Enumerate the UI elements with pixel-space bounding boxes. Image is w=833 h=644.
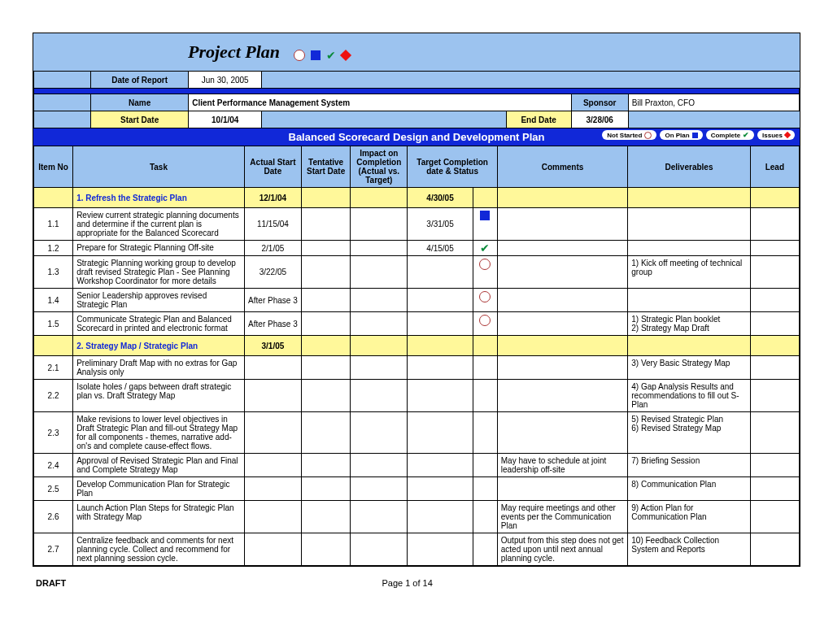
cell-item: 2.1 [34,356,73,380]
cell-impact [351,256,408,289]
cell-status [473,256,497,289]
task-row: 1.1Review current strategic planning doc… [34,208,800,241]
cell-task: Strategic Planning working group to deve… [73,256,245,289]
cell-comments: Output from this step does not get acted… [497,533,628,566]
cell-tentative-start [302,312,351,336]
date-of-report-label: Date of Report [91,72,189,89]
cell-lead [750,289,799,312]
sponsor-label: Sponsor [571,94,628,111]
task-row: 1.3Strategic Planning working group to d… [34,256,800,289]
cell-comments: May require meetings and other events pe… [497,501,628,533]
cell-impact [351,533,408,566]
cell-status: ✔ [473,241,497,256]
cell-lead [750,477,799,501]
on-plan-icon [311,50,321,60]
complete-icon: ✔ [480,243,490,253]
task-row: 2.2Isolate holes / gaps between draft st… [34,380,800,412]
cell-lead [750,501,799,533]
page-title: Project Plan [188,41,280,63]
col-deliv: Deliverables [628,146,750,188]
cell-status [473,208,497,241]
cell-actual-start [244,477,301,501]
task-row: 2.3Make revisions to lower level objecti… [34,412,800,454]
cell-actual-start: 3/22/05 [244,256,301,289]
cell-actual-start: 2/1/05 [244,241,301,256]
cell-actual-start: 11/15/04 [244,208,301,241]
cell-actual-start: After Phase 3 [244,289,301,312]
cell-item: 1.4 [34,289,73,312]
page-footer: DRAFT Page 1 of 14 [33,567,800,588]
title-row: Project Plan ✔ [33,33,800,71]
not-started-icon [479,291,491,302]
cell-deliverables: 1) Kick off meeting of technical group [628,256,750,289]
group-heading: 1. Refresh the Strategic Plan [73,188,245,208]
task-row: 2.1Preliminary Draft Map with no extras … [34,356,800,380]
end-date-label: End Date [506,111,571,128]
group-actual-start: 3/1/05 [244,336,301,356]
cell-impact [351,356,408,380]
cell-item: 2.3 [34,412,73,454]
task-grid: Item No Task Actual Start Date Tentative… [33,146,800,566]
legend-on-plan: On Plan [660,130,702,140]
cell-tentative-start [302,289,351,312]
end-date-value: 3/28/06 [571,111,628,128]
cell-target [408,501,473,533]
cell-lead [750,312,799,336]
header-zone: Project Plan ✔ Date of Report Jun 30, 20… [33,33,800,128]
group-row: 2. Strategy Map / Strategic Plan3/1/05 [34,336,800,356]
cell-item: 2.6 [34,501,73,533]
cell-lead [750,356,799,380]
group-target: 4/30/05 [408,188,473,208]
section-title: Balanced Scorecard Design and Developmen… [289,131,545,143]
footer-page: Page 1 of 14 [66,578,748,588]
cell-tentative-start [302,241,351,256]
cell-status [473,477,497,501]
cell-task: Preliminary Draft Map with no extras for… [73,356,245,380]
task-row: 2.4Approval of Revised Strategic Plan an… [34,454,800,477]
cell-deliverables: 10) Feedback Collection System and Repor… [628,533,750,566]
cell-impact [351,208,408,241]
cell-actual-start [244,454,301,477]
cell-item: 2.7 [34,533,73,566]
cell-impact [351,289,408,312]
cell-deliverables [628,289,750,312]
cell-status [473,454,497,477]
name-value: Client Performance Management System [189,94,571,111]
task-row: 2.7Centralize feedback and comments for … [34,533,800,566]
cell-lead [750,412,799,454]
not-started-icon [479,259,491,270]
cell-tentative-start [302,477,351,501]
cell-comments [497,412,628,454]
cell-item: 1.5 [34,312,73,336]
cell-comments [497,208,628,241]
cell-target [408,256,473,289]
start-date-value: 10/1/04 [189,111,262,128]
group-row: 1. Refresh the Strategic Plan12/1/044/30… [34,188,800,208]
cell-comments [497,256,628,289]
cell-deliverables [628,208,750,241]
cell-item: 1.1 [34,208,73,241]
complete-icon: ✔ [326,50,336,60]
cell-item: 1.3 [34,256,73,289]
cell-impact [351,380,408,412]
cell-comments [497,289,628,312]
col-item: Item No [34,146,73,188]
sponsor-value: Bill Praxton, CFO [628,94,799,111]
cell-actual-start [244,501,301,533]
cell-comments [497,312,628,336]
name-label: Name [91,94,189,111]
group-target [408,336,473,356]
cell-task: Make revisions to lower level objectives… [73,412,245,454]
task-row: 2.6Launch Action Plan Steps for Strategi… [34,501,800,533]
section-banner: Balanced Scorecard Design and Developmen… [33,128,800,146]
cell-tentative-start [302,501,351,533]
meta-table: Date of Report Jun 30, 2005 Name Client … [33,71,800,128]
col-task: Task [73,146,245,188]
col-impact: Impact on Completion (Actual vs. Target) [351,146,408,188]
start-date-label: Start Date [91,111,189,128]
cell-status [473,312,497,336]
task-row: 1.2Prepare for Strategic Planning Off-si… [34,241,800,256]
cell-deliverables: 3) Very Basic Strategy Map [628,356,750,380]
cell-status [473,289,497,312]
cell-task: Senior Leadership approves revised Strat… [73,289,245,312]
